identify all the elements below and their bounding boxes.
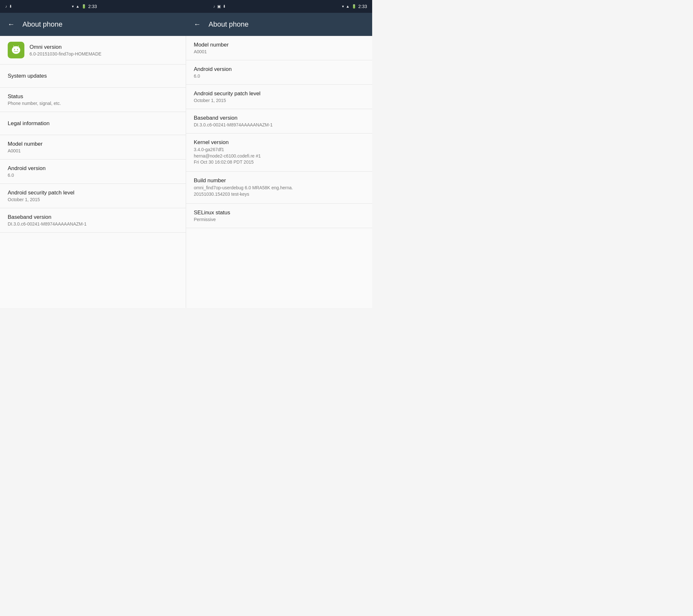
selinux-status-subtitle: Permissive	[194, 217, 364, 222]
time-right: 2:33	[358, 4, 367, 9]
legal-information-title: Legal information	[8, 120, 178, 127]
system-updates-text: System updates	[8, 73, 178, 79]
selinux-status-title: SELinux status	[194, 210, 364, 216]
model-number-right-subtitle: A0001	[194, 49, 364, 54]
legal-information-text: Legal information	[8, 120, 178, 127]
baseband-left-subtitle: DI.3.0.c6-00241-M8974AAAAANAZM-1	[8, 221, 178, 226]
app-bar-title-right: About phone	[209, 20, 249, 28]
svg-point-1	[14, 49, 15, 50]
build-number-title: Build number	[194, 177, 364, 184]
wifi-icon-left: ▾	[72, 4, 74, 9]
list-item-model-number-left[interactable]: Model number A0001	[0, 135, 186, 159]
list-item-security-patch-right[interactable]: Android security patch level October 1, …	[186, 85, 372, 109]
app-bar-right-pane: ← About phone	[186, 20, 372, 28]
list-item-baseband-left[interactable]: Baseband version DI.3.0.c6-00241-M8974AA…	[0, 208, 186, 233]
kernel-version-subtitle: 3.4.0-ga267df1 herna@node2-c6100.codefi.…	[194, 146, 364, 165]
list-item-status[interactable]: Status Phone number, signal, etc.	[0, 87, 186, 112]
svg-point-0	[12, 46, 20, 54]
build-number-subtitle: omni_find7op-userdebug 6.0 MRA58K eng.he…	[194, 185, 364, 197]
music-center-icon: ♪	[213, 4, 215, 9]
selinux-status-text: SELinux status Permissive	[194, 210, 364, 222]
omni-version-subtitle: 6.0-20151030-find7op-HOMEMADE	[29, 51, 178, 57]
model-number-right-title: Model number	[194, 42, 364, 48]
list-item-build-number[interactable]: Build number omni_find7op-userdebug 6.0 …	[186, 172, 372, 204]
right-pane: Model number A0001 Android version 6.0 A…	[186, 36, 372, 308]
model-number-right-text: Model number A0001	[194, 42, 364, 54]
android-version-left-subtitle: 6.0	[8, 173, 178, 178]
battery-icon-left: 🔋	[81, 4, 86, 9]
left-pane: Omni version 6.0-20151030-find7op-HOMEMA…	[0, 36, 186, 308]
android-version-right-title: Android version	[194, 66, 364, 73]
list-item-security-patch-left[interactable]: Android security patch level October 1, …	[0, 184, 186, 208]
back-button-left[interactable]: ←	[8, 20, 15, 28]
app-bar-title-left: About phone	[22, 20, 63, 28]
list-item-android-version-right[interactable]: Android version 6.0	[186, 60, 372, 85]
status-text: Status Phone number, signal, etc.	[8, 93, 178, 106]
android-version-left-text: Android version 6.0	[8, 165, 178, 178]
signal-icon-left: ▲	[76, 4, 80, 9]
baseband-right-text: Baseband version DI.3.0.c6-00241-M8974AA…	[194, 115, 364, 127]
build-number-text: Build number omni_find7op-userdebug 6.0 …	[194, 177, 364, 197]
app-bar: ← About phone ← About phone	[0, 13, 372, 36]
svg-point-2	[17, 49, 18, 50]
notification-center-icon: ⬇	[223, 4, 226, 9]
time-left: 2:33	[88, 4, 97, 9]
music-icon: ♪	[5, 4, 7, 9]
download-icon: ⬇	[9, 4, 12, 9]
kernel-version-text: Kernel version 3.4.0-ga267df1 herna@node…	[194, 139, 364, 165]
security-patch-left-text: Android security patch level October 1, …	[8, 190, 178, 202]
baseband-right-subtitle: DI.3.0.c6-00241-M8974AAAAANAZM-1	[194, 122, 364, 127]
list-item-model-number-right[interactable]: Model number A0001	[186, 36, 372, 60]
android-version-right-text: Android version 6.0	[194, 66, 364, 79]
list-item-legal-information[interactable]: Legal information	[0, 112, 186, 135]
omni-icon	[8, 42, 24, 58]
signal-icon-right: ▲	[346, 4, 350, 9]
list-item-android-version-left[interactable]: Android version 6.0	[0, 159, 186, 184]
baseband-right-title: Baseband version	[194, 115, 364, 121]
list-item-omni-version[interactable]: Omni version 6.0-20151030-find7op-HOMEMA…	[0, 36, 186, 64]
system-updates-title: System updates	[8, 73, 178, 79]
baseband-left-text: Baseband version DI.3.0.c6-00241-M8974AA…	[8, 214, 178, 226]
list-item-kernel-version[interactable]: Kernel version 3.4.0-ga267df1 herna@node…	[186, 134, 372, 172]
omni-version-content: Omni version 6.0-20151030-find7op-HOMEMA…	[8, 42, 178, 58]
security-patch-right-subtitle: October 1, 2015	[194, 98, 364, 103]
battery-icon-right: 🔋	[352, 4, 356, 9]
model-number-left-subtitle: A0001	[8, 148, 178, 153]
baseband-left-title: Baseband version	[8, 214, 178, 220]
status-subtitle: Phone number, signal, etc.	[8, 101, 178, 106]
omni-version-title: Omni version	[29, 44, 178, 51]
list-item-system-updates[interactable]: System updates	[0, 64, 186, 87]
list-item-selinux-status[interactable]: SELinux status Permissive	[186, 204, 372, 228]
security-patch-left-title: Android security patch level	[8, 190, 178, 196]
security-patch-right-text: Android security patch level October 1, …	[194, 91, 364, 103]
status-bar: ♪ ⬇ ▾ ▲ 🔋 2:33 ♪ ▣ ⬇ ▾ ▲ 🔋 2:33	[0, 0, 372, 13]
android-version-left-title: Android version	[8, 165, 178, 172]
omni-version-text: Omni version 6.0-20151030-find7op-HOMEMA…	[29, 44, 178, 57]
android-version-right-subtitle: 6.0	[194, 74, 364, 79]
app-bar-left-pane: ← About phone	[0, 20, 186, 28]
kernel-version-title: Kernel version	[194, 139, 364, 146]
security-patch-right-title: Android security patch level	[194, 91, 364, 97]
model-number-left-title: Model number	[8, 141, 178, 147]
back-button-right[interactable]: ←	[194, 20, 201, 28]
main-content: Omni version 6.0-20151030-find7op-HOMEMA…	[0, 36, 372, 308]
list-item-baseband-right[interactable]: Baseband version DI.3.0.c6-00241-M8974AA…	[186, 109, 372, 134]
android-robot-svg	[10, 44, 22, 56]
model-number-left-text: Model number A0001	[8, 141, 178, 153]
status-bar-center-icons: ♪ ▣ ⬇	[213, 4, 226, 9]
security-patch-left-subtitle: October 1, 2015	[8, 197, 178, 202]
image-center-icon: ▣	[217, 4, 221, 9]
status-bar-left-icons: ♪ ⬇ ▾ ▲ 🔋 2:33	[5, 4, 97, 9]
wifi-icon-right: ▾	[342, 4, 344, 9]
status-bar-right-icons: ▾ ▲ 🔋 2:33	[342, 4, 367, 9]
status-title: Status	[8, 93, 178, 100]
